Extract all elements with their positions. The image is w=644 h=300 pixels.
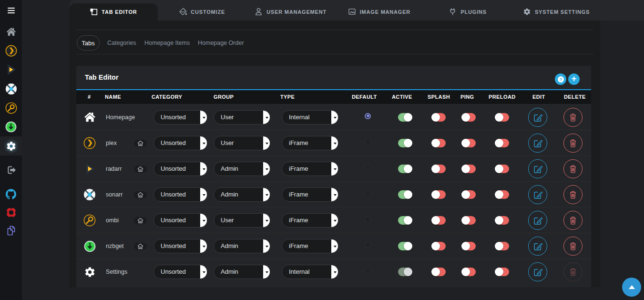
svg-text:?: ? (559, 76, 562, 82)
